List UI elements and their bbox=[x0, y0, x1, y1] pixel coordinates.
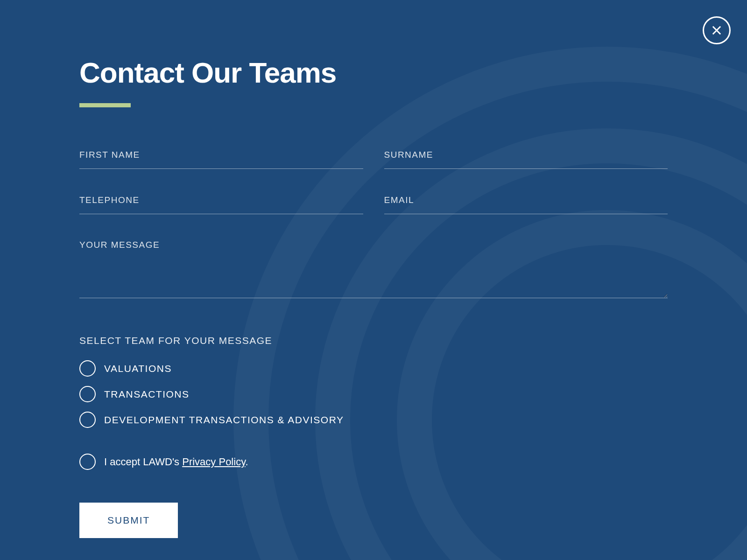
radio-circle-icon bbox=[79, 386, 96, 402]
radio-circle-icon bbox=[79, 360, 96, 377]
radio-development[interactable]: DEVELOPMENT TRANSACTIONS & ADVISORY bbox=[79, 412, 668, 428]
submit-button[interactable]: SUBMIT bbox=[79, 503, 178, 538]
radio-circle-icon bbox=[79, 412, 96, 428]
radio-transactions[interactable]: TRANSACTIONS bbox=[79, 386, 668, 402]
radio-label: TRANSACTIONS bbox=[104, 389, 190, 400]
first-name-input[interactable] bbox=[79, 147, 363, 169]
privacy-policy-link[interactable]: Privacy Policy bbox=[182, 456, 245, 468]
title-underline bbox=[79, 103, 131, 107]
radio-label: DEVELOPMENT TRANSACTIONS & ADVISORY bbox=[104, 414, 344, 426]
page-title: Contact Our Teams bbox=[79, 56, 668, 89]
checkbox-circle-icon bbox=[79, 454, 96, 470]
privacy-checkbox[interactable]: I accept LAWD's Privacy Policy. bbox=[79, 454, 668, 470]
team-radio-group: VALUATIONS TRANSACTIONS DEVELOPMENT TRAN… bbox=[79, 360, 668, 428]
team-section-label: SELECT TEAM FOR YOUR MESSAGE bbox=[79, 335, 668, 346]
surname-input[interactable] bbox=[384, 147, 668, 169]
privacy-label: I accept LAWD's Privacy Policy. bbox=[104, 456, 248, 468]
radio-label: VALUATIONS bbox=[104, 363, 172, 374]
message-textarea[interactable] bbox=[79, 238, 668, 298]
telephone-input[interactable] bbox=[79, 192, 363, 214]
radio-valuations[interactable]: VALUATIONS bbox=[79, 360, 668, 377]
email-input[interactable] bbox=[384, 192, 668, 214]
